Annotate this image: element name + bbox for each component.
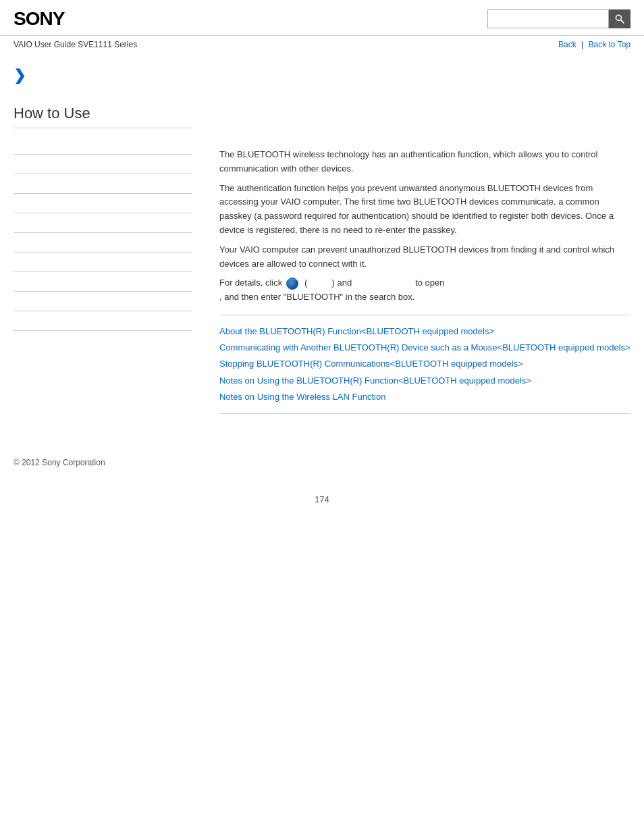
paragraph-4-mid-text xyxy=(310,278,329,288)
subheader-links: Back | Back to Top xyxy=(558,40,630,49)
search-button[interactable] xyxy=(609,9,630,28)
how-to-use-title: How to Use xyxy=(14,105,192,128)
sidebar: ❯ How to Use xyxy=(14,53,206,438)
sidebar-item[interactable] xyxy=(14,311,192,331)
footer: © 2012 Sony Corporation xyxy=(0,438,644,481)
page-number: 174 xyxy=(0,481,644,518)
main: ❯ How to Use The BLUETOOTH wireless tech… xyxy=(0,53,644,438)
paragraph-4-mid2: ) and xyxy=(332,278,352,288)
back-to-top-link[interactable]: Back to Top xyxy=(589,40,630,49)
content-divider-top xyxy=(219,315,630,315)
sidebar-item[interactable] xyxy=(14,292,192,311)
back-link[interactable]: Back xyxy=(558,40,576,49)
content: The BLUETOOTH wireless technology has an… xyxy=(206,53,630,438)
sidebar-item[interactable] xyxy=(14,155,192,174)
separator: | xyxy=(581,40,583,49)
header: SONY xyxy=(0,0,644,36)
sony-logo: SONY xyxy=(14,8,64,30)
link-4[interactable]: Notes on Using the BLUETOOTH(R) Function… xyxy=(219,375,630,387)
search-icon xyxy=(614,14,625,24)
paragraph-4-prefix: For details, click xyxy=(219,278,282,288)
sidebar-item[interactable] xyxy=(14,233,192,253)
content-top-spacer xyxy=(219,67,630,148)
link-5[interactable]: Notes on Using the Wireless LAN Function xyxy=(219,391,630,403)
svg-point-0 xyxy=(616,15,621,20)
sidebar-item[interactable] xyxy=(14,272,192,292)
paragraph-4-final: , and then enter "BLUETOOTH" in the sear… xyxy=(219,292,414,302)
link-3[interactable]: Stopping BLUETOOTH(R) Communications<BLU… xyxy=(219,358,630,370)
copyright: © 2012 Sony Corporation xyxy=(14,458,105,467)
breadcrumb-chevron[interactable]: ❯ xyxy=(14,67,192,84)
paragraph-4: For details, click ( ) and to open , and… xyxy=(219,276,630,305)
link-2[interactable]: Communicating with Another BLUETOOTH(R) … xyxy=(219,342,630,354)
paragraph-4-mid: ( xyxy=(302,278,307,288)
subheader: VAIO User Guide SVE1111 Series Back | Ba… xyxy=(0,36,644,53)
guide-title: VAIO User Guide SVE1111 Series xyxy=(14,40,137,49)
globe-icon xyxy=(286,278,298,290)
search-input[interactable] xyxy=(487,9,609,28)
link-1[interactable]: About the BLUETOOTH(R) Function<BLUETOOT… xyxy=(219,325,630,338)
paragraph-4-suffix: to open xyxy=(415,278,444,288)
sidebar-item[interactable] xyxy=(14,135,192,155)
svg-line-1 xyxy=(621,20,624,24)
paragraph-1: The BLUETOOTH wireless technology has an… xyxy=(219,148,630,176)
sidebar-item[interactable] xyxy=(14,174,192,194)
paragraph-4-spacer xyxy=(354,278,413,288)
paragraph-2: The authentication function helps you pr… xyxy=(219,182,630,238)
content-divider-bottom xyxy=(219,413,630,414)
search-area xyxy=(487,9,630,28)
sidebar-item[interactable] xyxy=(14,253,192,272)
paragraph-3: Your VAIO computer can prevent unauthori… xyxy=(219,243,630,271)
sidebar-item[interactable] xyxy=(14,213,192,233)
links-section: About the BLUETOOTH(R) Function<BLUETOOT… xyxy=(219,325,630,403)
sidebar-item[interactable] xyxy=(14,194,192,213)
